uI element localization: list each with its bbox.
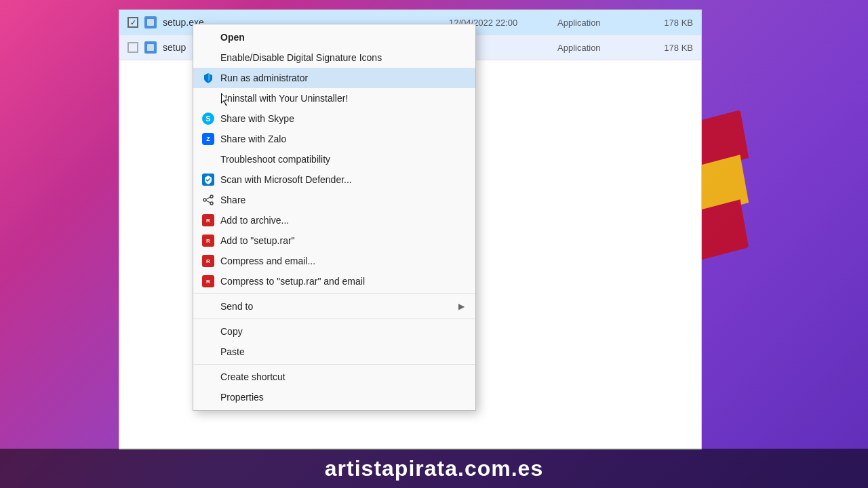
rar-icon-4: R: [201, 274, 215, 288]
send-to-icon: [201, 300, 215, 313]
rar-icon-1: R: [201, 214, 215, 227]
properties-icon: [201, 390, 215, 404]
create-shortcut-icon: [201, 370, 215, 384]
menu-label-open: Open: [220, 32, 465, 43]
open-icon: [201, 30, 215, 44]
copy-icon: [201, 325, 215, 338]
menu-item-share[interactable]: Share: [193, 190, 475, 210]
menu-item-run-as-admin[interactable]: Run as administrator: [193, 68, 475, 88]
menu-label-properties: Properties: [220, 392, 465, 403]
explorer-window: ✓ setup.exe 12/04/2022 22:00 Application…: [119, 9, 702, 450]
zalo-icon: Z: [201, 132, 215, 146]
file-size-2: 178 KB: [639, 43, 693, 53]
skype-icon: S: [201, 112, 215, 125]
file-checkbox-2[interactable]: [127, 42, 138, 53]
defender-icon: [201, 173, 215, 186]
file-checkbox[interactable]: ✓: [127, 17, 138, 28]
menu-item-copy[interactable]: Copy: [193, 321, 475, 342]
menu-label-copy: Copy: [220, 326, 465, 337]
menu-label-create-shortcut: Create shortcut: [220, 371, 465, 382]
menu-item-share-skype[interactable]: S Share with Skype: [193, 108, 475, 129]
menu-label-enable-disable: Enable/Disable Digital Signature Icons: [220, 52, 465, 63]
rar-icon-3: R: [201, 254, 215, 268]
menu-item-troubleshoot[interactable]: Troubleshoot compatibility: [193, 149, 475, 169]
paste-icon: [201, 345, 215, 359]
menu-item-send-to[interactable]: Send to ▶: [193, 296, 475, 317]
file-size-1: 178 KB: [639, 18, 693, 28]
context-menu: Open Enable/Disable Digital Signature Ic…: [193, 24, 476, 411]
menu-item-add-setup-rar[interactable]: R Add to "setup.rar": [193, 230, 475, 251]
troubleshoot-icon: [201, 152, 215, 166]
menu-label-send-to: Send to: [220, 301, 458, 312]
menu-item-create-shortcut[interactable]: Create shortcut: [193, 367, 475, 387]
watermark-bar: artistapirata.com.es: [0, 449, 868, 488]
menu-item-uninstall[interactable]: Uninstall with Your Uninstaller!: [193, 88, 475, 108]
menu-item-enable-disable[interactable]: Enable/Disable Digital Signature Icons: [193, 47, 475, 68]
rar-icon-2: R: [201, 234, 215, 247]
svg-line-9: [206, 201, 210, 203]
menu-label-share: Share: [220, 195, 465, 205]
svg-line-8: [206, 197, 210, 199]
menu-item-compress-setup-email[interactable]: R Compress to "setup.rar" and email: [193, 271, 475, 291]
svg-rect-3: [147, 44, 154, 51]
menu-item-share-zalo[interactable]: Z Share with Zalo: [193, 129, 475, 149]
svg-point-5: [210, 195, 213, 198]
menu-item-paste[interactable]: Paste: [193, 342, 475, 362]
menu-label-share-zalo: Share with Zalo: [220, 134, 465, 144]
menu-item-add-archive[interactable]: R Add to archive...: [193, 210, 475, 230]
menu-label-compress-email: Compress and email...: [220, 256, 465, 266]
separator-3: [193, 364, 475, 365]
share-icon: [201, 193, 215, 207]
separator-1: [193, 293, 475, 294]
enable-disable-icon: [201, 51, 215, 64]
menu-label-troubleshoot: Troubleshoot compatibility: [220, 154, 465, 165]
menu-item-compress-email[interactable]: R Compress and email...: [193, 251, 475, 271]
send-to-arrow: ▶: [458, 302, 465, 311]
menu-label-add-setup-rar: Add to "setup.rar": [220, 235, 465, 246]
svg-rect-1: [147, 19, 154, 26]
menu-label-add-archive: Add to archive...: [220, 215, 465, 226]
menu-label-run-as-admin: Run as administrator: [220, 73, 465, 83]
watermark-text: artistapirata.com.es: [325, 456, 543, 481]
menu-label-compress-setup-email: Compress to "setup.rar" and email: [220, 276, 465, 287]
shield-icon: [201, 71, 215, 85]
menu-label-uninstall: Uninstall with Your Uninstaller!: [220, 93, 465, 104]
file-type-1: Application: [557, 18, 639, 28]
menu-item-scan-defender[interactable]: Scan with Microsoft Defender...: [193, 169, 475, 190]
uninstall-icon: [201, 92, 215, 105]
file-type-2: Application: [557, 43, 639, 53]
menu-item-properties[interactable]: Properties: [193, 387, 475, 407]
svg-point-6: [203, 199, 206, 201]
file-app-icon: [144, 16, 157, 29]
menu-label-scan-defender: Scan with Microsoft Defender...: [220, 174, 465, 185]
menu-label-paste: Paste: [220, 346, 465, 357]
separator-2: [193, 319, 475, 319]
menu-label-share-skype: Share with Skype: [220, 113, 465, 124]
svg-point-7: [210, 202, 213, 205]
file-app-icon-2: [144, 41, 157, 54]
menu-item-open[interactable]: Open: [193, 27, 475, 47]
